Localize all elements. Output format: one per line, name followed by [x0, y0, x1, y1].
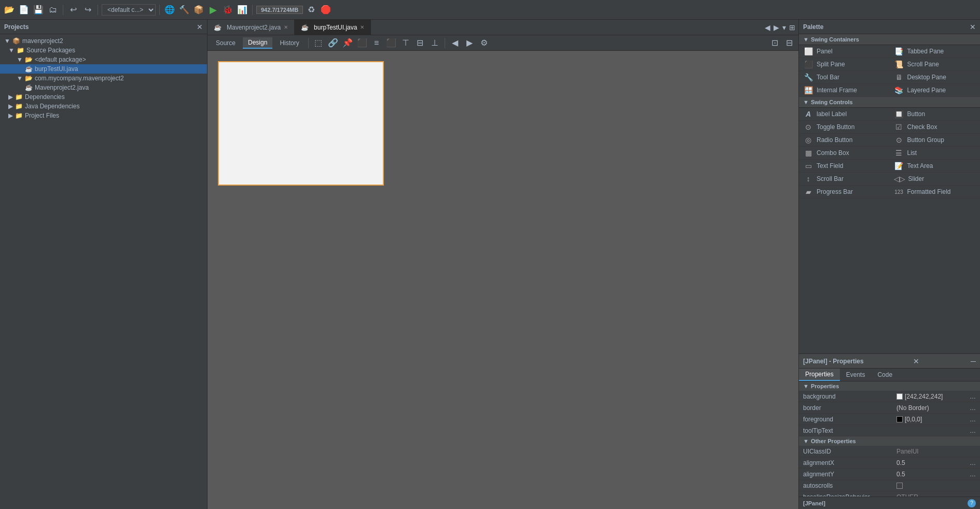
prop-section-other[interactable]: ▼ Other Properties [799, 436, 980, 446]
palette-item-internal-frame[interactable]: 🪟 Internal Frame [799, 84, 890, 97]
align-top-tool[interactable]: ⊤ [399, 37, 412, 49]
design-tab[interactable]: Design [243, 37, 272, 49]
tree-item-default-package[interactable]: ▼ 📂 <default package> [0, 55, 207, 64]
palette-content: ▼ Swing Containers ⬜ Panel 📑 Tabbed Pane… [799, 34, 980, 354]
swing-containers-header[interactable]: ▼ Swing Containers [799, 34, 980, 45]
save-all-btn[interactable]: 🗂 [47, 4, 59, 16]
prop-edit-alignmentx[interactable]: … [970, 459, 976, 466]
align-middle-tool[interactable]: ⊟ [414, 37, 426, 49]
run-btn[interactable]: ▶ [207, 4, 219, 16]
tab-close-burptestui[interactable]: ✕ [360, 24, 364, 30]
globe-btn[interactable]: 🌐 [163, 4, 176, 16]
prop-tab-events[interactable]: Events [840, 369, 872, 381]
palette-item-layered-pane[interactable]: 📚 Layered Pane [890, 84, 981, 97]
autoscrolls-checkbox[interactable] [896, 483, 903, 489]
palette-item-desktop-pane[interactable]: 🖥 Desktop Pane [890, 71, 981, 84]
tab-mavenproject2[interactable]: ☕ Mavenproject2.java ✕ [208, 20, 295, 35]
palette-item-scroll-pane[interactable]: 📜 Scroll Pane [890, 58, 981, 71]
tab-scroll-right[interactable]: ▶ [772, 22, 780, 33]
tree-item-dependencies[interactable]: ▶ 📁 Dependencies [0, 92, 207, 102]
stop-btn[interactable]: 🛑 [320, 4, 332, 16]
align-bottom-tool[interactable]: ⊥ [429, 37, 441, 49]
tab-burptestui[interactable]: ☕ burpTestUI.java ✕ [295, 20, 371, 35]
tab-scroll-left[interactable]: ◀ [764, 22, 771, 33]
collapse-all[interactable]: ⊟ [783, 37, 795, 49]
align-left-tool[interactable]: ⬛ [356, 37, 368, 49]
prop-edit-background[interactable]: … [970, 393, 976, 400]
palette-item-button[interactable]: 🔲 Button [890, 108, 981, 121]
palette-item-text-field[interactable]: ▭ Text Field [799, 160, 890, 173]
debug-btn[interactable]: 🐞 [222, 4, 234, 16]
swing-controls-header[interactable]: ▼ Swing Controls [799, 97, 980, 108]
prop-tab-code[interactable]: Code [871, 369, 899, 381]
prop-edit-tooltip[interactable]: … [970, 427, 976, 434]
palette-item-radio-button[interactable]: ◎ Radio Button [799, 134, 890, 147]
prop-name-uiclassid: UIClassID [803, 448, 896, 455]
profile-btn[interactable]: 📊 [236, 4, 249, 16]
config-dropdown[interactable]: <default c...> [102, 4, 156, 16]
tree-item-mavenproject2-java[interactable]: ☕ Mavenproject2.java [0, 83, 207, 92]
gc-btn[interactable]: ♻ [305, 4, 318, 16]
zoom-fit[interactable]: ⊡ [768, 37, 781, 49]
build-btn[interactable]: 📦 [192, 4, 205, 16]
prop-edit-alignmenty[interactable]: … [970, 471, 976, 478]
palette-item-split-pane[interactable]: ⬛ Split Pane [799, 58, 890, 71]
open-project-btn[interactable]: 📂 [3, 4, 16, 16]
undo-btn[interactable]: ↩ [67, 4, 79, 16]
properties-detach[interactable]: ─ [971, 357, 976, 365]
source-tab[interactable]: Source [211, 38, 241, 48]
tree-item-burptestui[interactable]: ☕ burpTestUI.java [0, 64, 207, 74]
palette-item-text-area[interactable]: 📝 Text Area [890, 160, 981, 173]
tree-label-java-dependencies: Java Dependencies [25, 103, 79, 110]
prop-value-alignmenty[interactable]: 0.5 [896, 471, 970, 478]
palette-item-progress-bar[interactable]: ▰ Progress Bar [799, 186, 890, 199]
canvas-area[interactable] [208, 51, 798, 509]
tree-item-com-mycompany[interactable]: ▼ 📂 com.mycompany.mavenproject2 [0, 74, 207, 83]
palette-item-scroll-bar[interactable]: ↕ Scroll Bar [799, 173, 890, 186]
tab-close-mavenproject2[interactable]: ✕ [284, 24, 288, 30]
align-right-tool[interactable]: ⬛ [385, 37, 397, 49]
palette-item-tabbed-pane[interactable]: 📑 Tabbed Pane [890, 45, 981, 58]
memory-indicator[interactable]: 942.7/1724MB [256, 6, 303, 14]
select-tool[interactable]: ⬚ [312, 37, 325, 49]
nav-fwd[interactable]: ▶ [463, 37, 476, 49]
tree-item-source-packages[interactable]: ▼ 📁 Source Packages [0, 46, 207, 55]
palette-item-combo-box[interactable]: ▦ Combo Box [799, 147, 890, 160]
nav-back[interactable]: ◀ [449, 37, 461, 49]
tree-item-project-files[interactable]: ▶ 📁 Project Files [0, 111, 207, 120]
maximize-editor[interactable]: ⊞ [788, 22, 796, 33]
connect-tool[interactable]: 🔗 [327, 37, 339, 49]
hammer-btn[interactable]: 🔨 [178, 4, 190, 16]
center-panel: ☕ Mavenproject2.java ✕ ☕ burpTestUI.java… [208, 20, 798, 509]
palette-item-button-group[interactable]: ⊙ Button Group [890, 134, 981, 147]
save-btn[interactable]: 💾 [32, 4, 45, 16]
help-button[interactable]: ? [968, 499, 976, 507]
expand-icon-project-files: ▶ [8, 112, 13, 119]
palette-item-panel[interactable]: ⬜ Panel [799, 45, 890, 58]
align-center-tool[interactable]: ≡ [370, 37, 383, 49]
palette-item-slider[interactable]: ◁▷ Slider [890, 173, 981, 186]
properties-close[interactable]: ✕ [913, 357, 919, 365]
palette-item-check-box[interactable]: ☑ Check Box [890, 121, 981, 134]
palette-item-list[interactable]: ☰ List [890, 147, 981, 160]
prop-tab-properties[interactable]: Properties [799, 369, 840, 381]
projects-panel-close[interactable]: ✕ [197, 23, 203, 31]
palette-item-tool-bar[interactable]: 🔧 Tool Bar [799, 71, 890, 84]
prop-section-properties[interactable]: ▼ Properties [799, 381, 980, 391]
snap-tool[interactable]: 📌 [341, 37, 354, 49]
palette-item-toggle-button[interactable]: ⊙ Toggle Button [799, 121, 890, 134]
prop-value-alignmentx[interactable]: 0.5 [896, 459, 970, 466]
redo-btn[interactable]: ↪ [81, 4, 94, 16]
palette-close[interactable]: ✕ [970, 23, 976, 31]
tree-item-java-dependencies[interactable]: ▶ 📁 Java Dependencies [0, 102, 207, 111]
prop-edit-border[interactable]: … [970, 404, 976, 412]
tree-item-mavenproject2[interactable]: ▼ 📦 mavenproject2 [0, 36, 207, 46]
design-canvas[interactable] [218, 61, 384, 186]
prop-edit-foreground[interactable]: … [970, 416, 976, 423]
palette-item-formatted-field[interactable]: 123 Formatted Field [890, 186, 981, 199]
palette-item-label[interactable]: A label Label [799, 108, 890, 121]
settings-tool[interactable]: ⚙ [478, 37, 490, 49]
history-tab[interactable]: History [274, 38, 304, 48]
new-file-btn[interactable]: 📄 [18, 4, 30, 16]
tab-dropdown[interactable]: ▾ [781, 22, 787, 33]
